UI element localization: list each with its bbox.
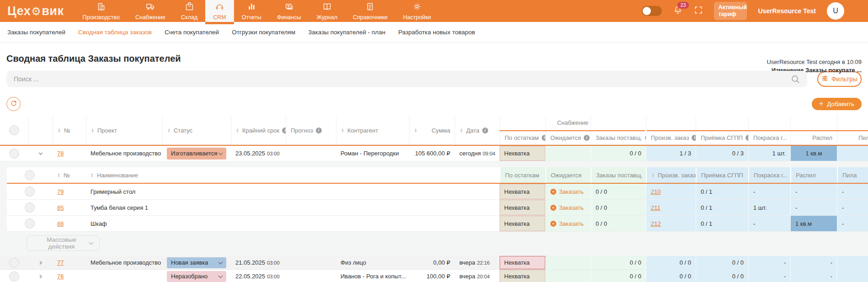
row-checkbox[interactable] xyxy=(9,149,19,159)
col-status[interactable]: ▲▼Статус xyxy=(162,116,231,145)
row-checkbox[interactable] xyxy=(9,271,19,282)
nav-item-reports[interactable]: Отчеты xyxy=(234,0,269,22)
order-action-button[interactable]: +Заказать xyxy=(550,220,584,227)
sort-icon[interactable]: ▲▼ xyxy=(91,128,94,133)
nav-item-journal[interactable]: Журнал xyxy=(309,0,345,22)
sub-col-production-order[interactable]: ▲▼Произв. заказ xyxy=(646,167,696,183)
item-link[interactable]: 88 xyxy=(57,220,64,227)
row-checkbox[interactable] xyxy=(25,202,35,213)
tab-orders-pivot[interactable]: Сводная таблица заказов xyxy=(72,29,158,36)
info-icon[interactable]: i xyxy=(282,128,286,133)
sub-col-number[interactable]: ▲▼№ xyxy=(53,167,86,183)
row-checkbox[interactable] xyxy=(25,218,35,229)
cell-forecast xyxy=(286,256,336,269)
status-dropdown[interactable]: Новая заявка xyxy=(167,257,226,268)
nav-item-finance[interactable]: Финансы xyxy=(269,0,309,22)
avatar[interactable]: U xyxy=(827,2,844,20)
sort-icon[interactable]: ▲▼ xyxy=(57,173,60,177)
col-forecast[interactable]: Прогнозi xyxy=(286,116,336,145)
expander-header-cell xyxy=(28,116,53,145)
search-input[interactable] xyxy=(6,71,807,87)
fullscreen-button[interactable] xyxy=(694,5,703,16)
tab-new-products[interactable]: Разработка новых товаров xyxy=(392,29,481,36)
tab-customer-invoices[interactable]: Счета покупателей xyxy=(158,29,225,36)
tab-orders-plan[interactable]: Заказы покупателей - план xyxy=(302,29,392,36)
sort-icon[interactable]: ▲▼ xyxy=(236,128,239,133)
theme-toggle[interactable] xyxy=(642,6,662,16)
order-action-button[interactable]: +Заказать xyxy=(550,204,584,211)
production-order-link[interactable]: 210 xyxy=(651,188,661,195)
collapse-row-button[interactable] xyxy=(28,146,53,161)
order-link[interactable]: 78 xyxy=(57,150,64,157)
sub-col-name[interactable]: ▲▼Наименование xyxy=(86,167,500,183)
order-link[interactable]: 77 xyxy=(57,259,64,266)
sort-icon[interactable]: ▲▼ xyxy=(58,128,61,133)
info-icon[interactable]: i xyxy=(692,135,696,141)
order-link[interactable]: 76 xyxy=(57,273,64,280)
col-project[interactable]: ▲▼Проект xyxy=(86,116,162,145)
item-link[interactable]: 85 xyxy=(57,204,64,211)
nav-item-label: Настройки xyxy=(403,14,431,21)
nav-item-warehouse[interactable]: Склад xyxy=(173,0,205,22)
cell-sum: 105 600,00 ₽ xyxy=(409,146,455,161)
open-book-icon xyxy=(322,2,332,13)
item-link[interactable]: 79 xyxy=(57,188,64,195)
active-tariff-button[interactable]: Активный тариф xyxy=(714,2,747,20)
nav-item-directories[interactable]: Справочники xyxy=(345,0,395,22)
nav-item-settings[interactable]: Настройки xyxy=(395,0,439,22)
top-navbar: Цех⚙вик Производство Снабжение Склад CRM… xyxy=(0,0,868,22)
sub-col-painting[interactable]: Покраска г... xyxy=(748,167,790,183)
cell-project: Мебельное производство xyxy=(86,146,162,161)
production-group-underline xyxy=(647,130,868,131)
col-number[interactable]: ▲▼№ xyxy=(53,116,86,145)
nav-item-supply[interactable]: Снабжение xyxy=(128,0,173,22)
production-order-link[interactable]: 212 xyxy=(651,220,661,227)
refresh-button[interactable] xyxy=(6,97,21,111)
col-deadline[interactable]: ▲▼Крайний срокi xyxy=(231,116,286,145)
sort-icon[interactable]: ▲▼ xyxy=(460,128,463,133)
sub-select-all-checkbox[interactable] xyxy=(25,170,35,180)
col-counterparty[interactable]: ▲▼Контрагент xyxy=(336,116,409,145)
sort-icon[interactable]: ▲▼ xyxy=(651,173,655,177)
tab-customer-orders[interactable]: Заказы покупателей xyxy=(1,29,72,36)
expand-row-button[interactable] xyxy=(28,270,53,282)
sort-icon[interactable]: ▲▼ xyxy=(414,128,417,133)
order-action-button[interactable]: +Заказать xyxy=(550,188,584,195)
row-checkbox[interactable] xyxy=(25,186,35,197)
row-checkbox[interactable] xyxy=(9,258,19,268)
sub-col-acceptance[interactable]: Приёмка СГПП xyxy=(696,167,748,183)
info-icon[interactable]: i xyxy=(482,128,488,133)
cell-expected: +Заказать xyxy=(545,216,591,231)
nav-item-production[interactable]: Производство xyxy=(75,0,128,22)
expand-row-button[interactable] xyxy=(28,256,53,269)
sort-icon[interactable]: ▲▼ xyxy=(167,128,170,133)
cell-acceptance: 0 / 0 xyxy=(696,270,748,282)
sub-col-cutting[interactable]: Распил xyxy=(790,167,837,183)
info-icon[interactable]: i xyxy=(584,135,590,141)
info-icon[interactable]: i xyxy=(542,135,545,141)
app-logo[interactable]: Цех⚙вик xyxy=(0,0,75,22)
sub-col-stock[interactable]: По остаткам xyxy=(500,167,545,183)
select-all-checkbox[interactable] xyxy=(9,125,19,135)
tab-customer-shipments[interactable]: Отгрузки покупателям xyxy=(225,29,302,36)
cell-cutting: - xyxy=(790,200,837,215)
search-icon[interactable] xyxy=(791,74,800,85)
info-icon[interactable]: i xyxy=(316,128,322,133)
status-dropdown[interactable]: Изготавливается xyxy=(167,148,226,160)
cell-counterparty: Роман - Перегородки xyxy=(336,146,409,161)
sort-icon[interactable]: ▲▼ xyxy=(341,128,344,133)
sub-col-supplier-orders[interactable]: Заказы поставщ. xyxy=(591,167,646,183)
bulk-actions-dropdown[interactable]: Массовые действия xyxy=(27,235,100,251)
sub-col-expected[interactable]: Ожидается xyxy=(545,167,591,183)
nav-item-crm[interactable]: CRM xyxy=(205,0,234,22)
status-dropdown[interactable]: Неразобрано xyxy=(167,271,226,282)
cell-name: Шкаф xyxy=(86,216,500,231)
col-sum[interactable]: ▲▼Сумма xyxy=(409,116,455,145)
sub-col-saw[interactable]: Пила xyxy=(837,167,868,183)
production-order-link[interactable]: 211 xyxy=(651,204,660,211)
notifications-button[interactable]: 23 xyxy=(673,5,683,17)
sort-icon[interactable]: ▲▼ xyxy=(91,173,94,177)
nav-item-label: Финансы xyxy=(277,14,301,21)
add-button[interactable]: + Добавить xyxy=(812,98,862,110)
col-date[interactable]: ▲▼Датаi xyxy=(455,116,500,145)
